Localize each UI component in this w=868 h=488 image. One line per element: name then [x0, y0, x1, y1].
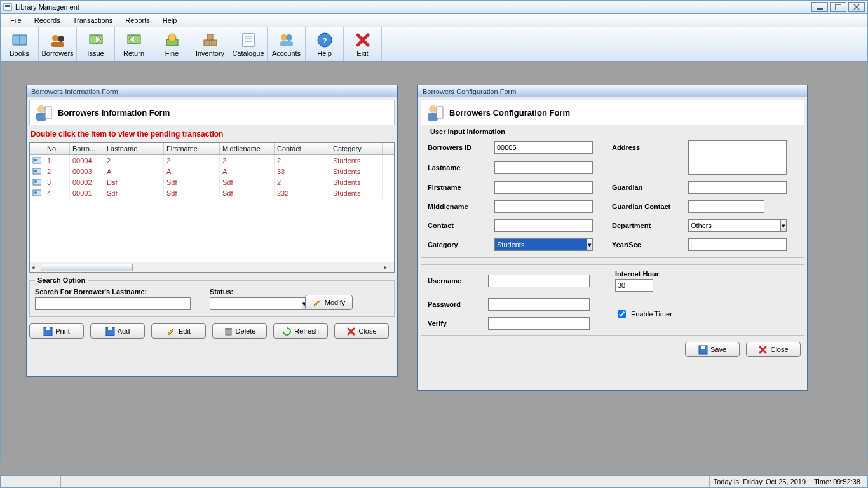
menu-reports[interactable]: Reports	[119, 14, 156, 27]
col-category[interactable]: Category	[330, 143, 383, 154]
chevron-down-icon[interactable]: ▾	[587, 238, 593, 251]
scroll-left-icon[interactable]: ◂	[31, 263, 40, 272]
menu-file[interactable]: File	[4, 14, 27, 27]
lbl-internet-hour: Internet Hour	[615, 270, 659, 278]
close-icon	[346, 327, 356, 336]
mdi-area: Borrowers Information Form Borrowers Inf…	[0, 62, 868, 461]
status-combo-input[interactable]	[210, 297, 302, 310]
toolbar-help[interactable]: ?Help	[306, 27, 344, 61]
window-title: Library Management	[15, 3, 79, 11]
col-contact[interactable]: Contact	[275, 143, 330, 154]
menu-transactions[interactable]: Transactions	[67, 14, 119, 27]
internet-hour-input[interactable]	[615, 279, 653, 292]
svg-rect-2	[5, 6, 10, 7]
middlename-input[interactable]	[494, 200, 593, 213]
svg-point-9	[52, 35, 58, 41]
yearsec-input[interactable]	[688, 238, 787, 251]
user-input-group: User Input Information Borrowers ID Addr…	[421, 128, 804, 258]
col-borrower-id[interactable]: Borro...	[70, 143, 104, 154]
app-icon	[3, 3, 12, 11]
toolbar-books[interactable]: Books	[1, 27, 39, 61]
credentials-panel: Username Internet Hour Password Enable T…	[421, 264, 804, 336]
svg-point-45	[429, 105, 437, 113]
password-input[interactable]	[488, 298, 590, 311]
scroll-thumb[interactable]	[41, 264, 133, 271]
lbl-borrowers-id: Borrowers ID	[428, 144, 494, 151]
toolbar-catalogue[interactable]: Catalogue	[229, 27, 268, 61]
lbl-address: Address	[612, 144, 688, 151]
delete-button[interactable]: Delete	[212, 323, 267, 339]
window-title-bar[interactable]: Borrowers Configuration Form	[418, 85, 807, 97]
refresh-button[interactable]: Refresh	[273, 323, 328, 339]
toolbar-exit[interactable]: Exit	[344, 27, 382, 61]
department-combo[interactable]: ▾	[688, 219, 787, 232]
print-button[interactable]: Print	[29, 323, 84, 339]
edit-button[interactable]: Edit	[151, 323, 206, 339]
toolbar-fine[interactable]: Fine	[153, 27, 191, 61]
lbl-middlename: Middlename	[428, 203, 494, 210]
svg-point-32	[34, 159, 37, 161]
toolbar-issue[interactable]: Issue	[77, 27, 115, 61]
verify-input[interactable]	[488, 317, 590, 330]
form-header-text: Borrowers Configuration Form	[449, 108, 570, 118]
status-label: Status:	[210, 288, 286, 295]
pencil-icon	[166, 327, 176, 336]
search-lastname-input[interactable]	[35, 297, 191, 310]
svg-point-34	[34, 170, 37, 172]
close-button-form2[interactable]: Close	[746, 342, 801, 357]
lastname-input[interactable]	[494, 161, 593, 174]
status-time: Time: 09:52:38	[810, 476, 867, 487]
department-combo-input[interactable]	[688, 219, 781, 232]
scroll-right-icon[interactable]: ▸	[384, 263, 393, 272]
col-firstname[interactable]: Firstname	[164, 143, 220, 154]
menu-records[interactable]: Records	[29, 14, 66, 27]
menu-help[interactable]: Help	[157, 14, 183, 27]
save-button[interactable]: Save	[685, 342, 740, 357]
col-no[interactable]: No.	[44, 143, 70, 154]
grid-horizontal-scrollbar[interactable]: ◂ ▸	[30, 262, 394, 272]
contact-input[interactable]	[494, 219, 593, 232]
toolbar-borrowers[interactable]: Borrowers	[39, 27, 77, 61]
svg-point-38	[34, 191, 37, 194]
close-button-form1[interactable]: Close	[334, 323, 389, 339]
borrowers-grid[interactable]: No. Borro... Lastname Firstname Middlena…	[29, 142, 395, 273]
search-legend: Search Option	[35, 276, 88, 284]
table-row[interactable]: 1000042 222Students	[30, 155, 394, 166]
toolbar-label: Books	[10, 50, 29, 57]
disk-icon	[698, 345, 708, 355]
col-lastname[interactable]: Lastname	[104, 143, 164, 154]
close-button[interactable]	[848, 2, 865, 12]
maximize-button[interactable]	[830, 2, 846, 12]
menubar: File Records Transactions Reports Help	[0, 14, 868, 27]
firstname-input[interactable]	[494, 181, 593, 194]
toolbar-label: Catalogue	[232, 50, 264, 57]
category-combo-input[interactable]	[494, 238, 587, 251]
toolbar-return[interactable]: Return	[115, 27, 153, 61]
window-title-bar[interactable]: Borrowers Information Form	[27, 85, 397, 97]
svg-rect-35	[33, 179, 41, 185]
borrowers-id-input[interactable]	[494, 141, 593, 154]
refresh-icon	[282, 327, 292, 336]
status-combo[interactable]: ▾	[210, 297, 286, 310]
table-row[interactable]: 200003A AA33Students	[30, 166, 394, 177]
modify-button[interactable]: Modify	[305, 295, 353, 310]
category-combo[interactable]: ▾	[494, 238, 593, 251]
col-middlename[interactable]: Middlename	[220, 143, 275, 154]
add-button[interactable]: Add	[90, 323, 145, 339]
form-header-text: Borrowers Information Form	[58, 108, 170, 118]
toolbar-inventory[interactable]: Inventory	[191, 27, 229, 61]
svg-point-15	[168, 34, 176, 41]
guardian-contact-input[interactable]	[688, 200, 764, 213]
statusbar: Today is: Friday, Oct 25, 2019 Time: 09:…	[0, 475, 868, 488]
enable-timer-checkbox[interactable]	[618, 310, 626, 318]
minimize-button[interactable]	[811, 2, 828, 12]
lbl-guardian-contact: Guardian Contact	[612, 203, 688, 210]
chevron-down-icon[interactable]: ▾	[781, 219, 787, 232]
toolbar-accounts[interactable]: Accounts	[268, 27, 306, 61]
svg-rect-4	[835, 4, 841, 10]
address-input[interactable]	[688, 140, 787, 175]
username-input[interactable]	[488, 274, 590, 287]
guardian-input[interactable]	[688, 181, 787, 194]
table-row[interactable]: 400001Sdf SdfSdf232Students	[30, 187, 394, 198]
table-row[interactable]: 300002Dsf SdfSdf2Students	[30, 177, 394, 187]
